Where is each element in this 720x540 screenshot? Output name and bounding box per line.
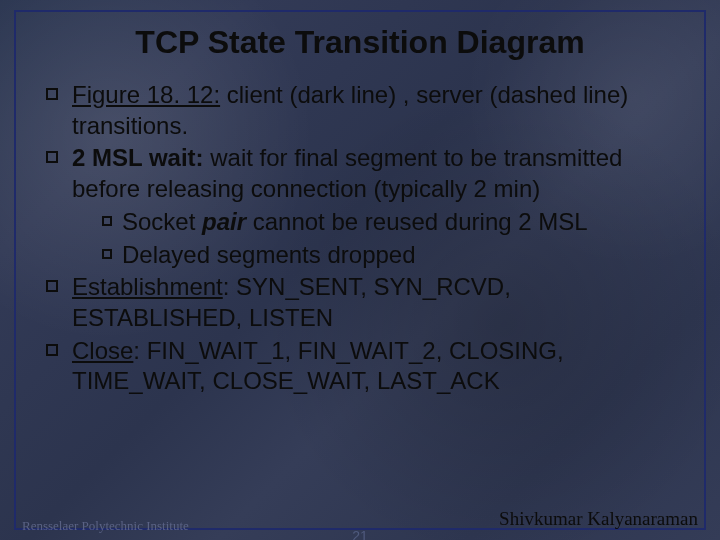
slide: TCP State Transition Diagram Figure 18. … [0,0,720,540]
bullet-4-rest: : FIN_WAIT_1, FIN_WAIT_2, CLOSING, TIME_… [72,337,564,395]
bullet-2-sub-1-pre: Socket [122,208,202,235]
bullet-4-underline: Close [72,337,133,364]
bullet-icon [46,344,58,356]
bullet-2-sub-2-text: Delayed segments dropped [122,240,684,271]
bullet-1: Figure 18. 12: client (dark line) , serv… [46,80,684,141]
bullet-2-sub-1-bold: pair [202,208,246,235]
bullet-2-text: 2 MSL wait: wait for final segment to be… [72,143,684,204]
bullet-2-sub-1: Socket pair cannot be reused during 2 MS… [102,207,684,238]
bullet-3: Establishment: SYN_SENT, SYN_RCVD, ESTAB… [46,272,684,333]
bullet-1-figure-ref: Figure 18. 12: [72,81,220,108]
footer-right: Shivkumar Kalyanaraman [499,508,698,530]
bullet-2-sub-1-text: Socket pair cannot be reused during 2 MS… [122,207,684,238]
slide-title: TCP State Transition Diagram [0,24,720,61]
bullet-2: 2 MSL wait: wait for final segment to be… [46,143,684,204]
bullet-1-text: Figure 18. 12: client (dark line) , serv… [72,80,684,141]
bullet-3-underline: Establishment [72,273,223,300]
bullet-4-text: Close: FIN_WAIT_1, FIN_WAIT_2, CLOSING, … [72,336,684,397]
footer-left: Rensselaer Polytechnic Institute [22,518,189,534]
bullet-2-bold: 2 MSL wait: [72,144,204,171]
bullet-icon [102,249,112,259]
bullet-2-sub-1-rest: cannot be reused during 2 MSL [246,208,588,235]
slide-content: Figure 18. 12: client (dark line) , serv… [46,80,684,399]
bullet-icon [46,280,58,292]
bullet-icon [46,88,58,100]
page-number: 21 [352,528,368,540]
bullet-icon [46,151,58,163]
bullet-icon [102,216,112,226]
bullet-4: Close: FIN_WAIT_1, FIN_WAIT_2, CLOSING, … [46,336,684,397]
bullet-3-text: Establishment: SYN_SENT, SYN_RCVD, ESTAB… [72,272,684,333]
bullet-2-sub-2: Delayed segments dropped [102,240,684,271]
